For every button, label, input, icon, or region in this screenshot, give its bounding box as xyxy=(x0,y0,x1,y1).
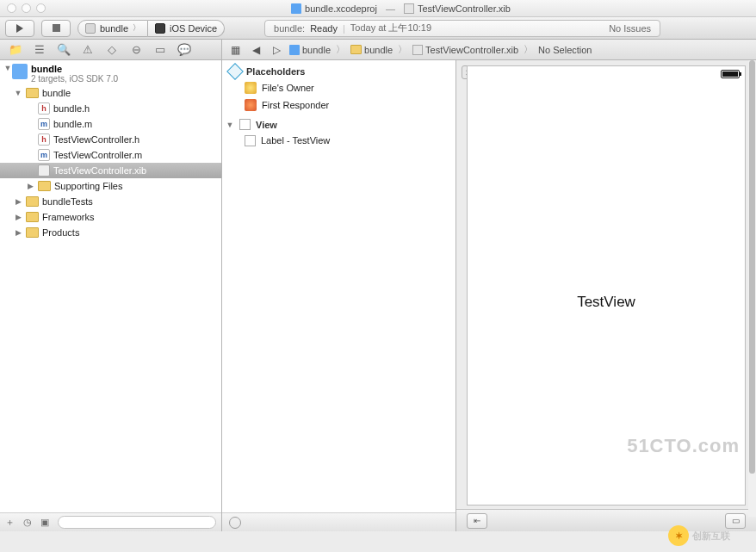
vertical-scrollbar[interactable] xyxy=(748,60,756,517)
symbol-navigator-icon[interactable]: ☰ xyxy=(28,40,52,59)
target-icon xyxy=(85,23,96,34)
files-owner-item[interactable]: File's Owner xyxy=(222,79,455,96)
group-tests[interactable]: ▶bundleTests xyxy=(0,194,221,209)
status-time: Today at 上午10:19 xyxy=(350,22,431,34)
breakpoint-navigator-icon[interactable]: ▭ xyxy=(148,40,172,59)
toolbar: bundle〉 iOS Device bundle: Ready | Today… xyxy=(0,17,756,40)
title-doc-1: bundle.xcodeproj xyxy=(305,3,377,14)
toggle-outline-icon[interactable]: ⇤ xyxy=(467,513,487,529)
status-prefix: bundle: xyxy=(274,23,305,34)
simulated-view[interactable]: TestView 51CTO.com xyxy=(467,65,746,505)
scheme-device: iOS Device xyxy=(170,23,217,34)
file-row[interactable]: mbundle.m xyxy=(0,116,221,132)
log-navigator-icon[interactable]: 💬 xyxy=(172,40,196,59)
crumb-selection[interactable]: No Selection xyxy=(538,45,592,55)
scrollbar-thumb[interactable] xyxy=(749,60,755,474)
device-icon xyxy=(155,23,165,34)
toggle-bounds-icon[interactable]: ▭ xyxy=(725,513,746,529)
stop-button[interactable] xyxy=(41,20,71,37)
navigator-jump-bar: 📁 ☰ 🔍 ⚠ ◇ ⊖ ▭ 💬 ▦ ◀ ▷ bundle 〉 bundle 〉 … xyxy=(0,40,756,60)
folder-icon xyxy=(26,196,39,207)
run-button[interactable] xyxy=(5,20,34,37)
test-navigator-icon[interactable]: ◇ xyxy=(100,40,124,59)
related-items-icon[interactable]: ▦ xyxy=(227,44,243,56)
xib-icon xyxy=(404,3,414,14)
forward-icon[interactable]: ▷ xyxy=(269,44,284,56)
interface-builder-canvas[interactable]: ✕ TestView 51CTO.com ⇤ ▭ xyxy=(456,60,756,531)
minimize-window-icon[interactable] xyxy=(22,3,31,13)
testview-label[interactable]: TestView xyxy=(468,294,745,311)
navigator-selector: 📁 ☰ 🔍 ⚠ ◇ ⊖ ▭ 💬 xyxy=(0,40,222,59)
first-responder-item[interactable]: First Responder xyxy=(222,96,455,114)
crumb-project[interactable]: bundle xyxy=(302,45,331,55)
scm-icon[interactable]: ▣ xyxy=(40,517,49,528)
stop-icon xyxy=(53,24,60,32)
filter-input[interactable] xyxy=(58,516,216,529)
crumb-file[interactable]: TestViewController.xib xyxy=(425,45,518,55)
view-header[interactable]: ▼ View xyxy=(222,114,455,132)
jump-bar[interactable]: ▦ ◀ ▷ bundle 〉 bundle 〉 TestViewControll… xyxy=(222,43,756,56)
close-window-icon[interactable] xyxy=(7,3,16,13)
folder-icon xyxy=(26,88,39,98)
watermark-text: 51CTO.com xyxy=(627,435,740,457)
label-item[interactable]: Label - TestView xyxy=(222,132,455,149)
window-titlebar: bundle.xcodeproj — TestViewController.xi… xyxy=(0,0,756,17)
placeholders-icon xyxy=(226,63,244,80)
header-file-icon: h xyxy=(38,133,50,146)
folder-icon xyxy=(38,181,51,191)
recent-icon[interactable]: ◷ xyxy=(23,517,32,528)
xcodeproj-icon xyxy=(12,64,28,79)
issue-navigator-icon[interactable]: ⚠ xyxy=(76,40,100,59)
view-icon xyxy=(239,119,251,130)
project-navigator: ▼ bundle 2 targets, iOS SDK 7.0 ▼bundle … xyxy=(0,60,222,531)
zoom-window-icon[interactable] xyxy=(36,3,46,13)
group-bundle[interactable]: ▼bundle xyxy=(0,85,221,101)
add-icon[interactable]: ＋ xyxy=(5,516,15,529)
placeholders-header: Placeholders xyxy=(222,60,455,79)
impl-file-icon: m xyxy=(38,149,50,161)
files-owner-icon xyxy=(245,82,257,94)
scheme-selector[interactable]: bundle〉 iOS Device xyxy=(77,20,225,37)
play-icon xyxy=(16,24,23,33)
group-supporting-files[interactable]: ▶Supporting Files xyxy=(0,178,221,194)
title-doc-2: TestViewController.xib xyxy=(418,3,511,14)
file-row-selected[interactable]: TestViewController.xib xyxy=(0,163,221,178)
label-icon xyxy=(245,135,256,146)
folder-icon xyxy=(26,227,39,238)
filter-icon[interactable] xyxy=(229,517,241,529)
xib-file-icon xyxy=(38,164,50,177)
file-row[interactable]: hbundle.h xyxy=(0,101,221,116)
scheme-target: bundle xyxy=(100,23,128,34)
chevron-right-icon: 〉 xyxy=(133,22,140,34)
status-issues: No Issues xyxy=(609,23,651,34)
project-root[interactable]: ▼ bundle 2 targets, iOS SDK 7.0 xyxy=(0,62,221,85)
status-state: Ready xyxy=(310,23,338,34)
project-navigator-icon[interactable]: 📁 xyxy=(3,40,28,59)
file-row[interactable]: mTestViewController.m xyxy=(0,147,221,163)
folder-icon xyxy=(26,212,39,222)
crumb-group[interactable]: bundle xyxy=(364,45,393,55)
xcodeproj-icon xyxy=(291,3,301,14)
first-responder-icon xyxy=(245,99,257,111)
simulated-status-bar xyxy=(468,66,745,82)
document-outline: Placeholders File's Owner First Responde… xyxy=(222,60,456,531)
project-subtitle: 2 targets, iOS SDK 7.0 xyxy=(31,74,118,84)
group-products[interactable]: ▶Products xyxy=(0,225,221,240)
header-file-icon: h xyxy=(38,102,50,115)
search-navigator-icon[interactable]: 🔍 xyxy=(52,40,76,59)
main-area: ▼ bundle 2 targets, iOS SDK 7.0 ▼bundle … xyxy=(0,60,756,531)
outline-filter-bar xyxy=(222,512,455,531)
impl-file-icon: m xyxy=(38,118,50,130)
file-row[interactable]: hTestViewController.h xyxy=(0,132,221,147)
xib-icon xyxy=(412,45,423,55)
navigator-filter-bar: ＋ ◷ ▣ xyxy=(0,512,221,531)
group-frameworks[interactable]: ▶Frameworks xyxy=(0,209,221,225)
back-icon[interactable]: ◀ xyxy=(248,44,263,56)
project-name: bundle xyxy=(31,64,118,74)
xcodeproj-icon xyxy=(289,45,300,55)
activity-status: bundle: Ready | Today at 上午10:19 No Issu… xyxy=(264,20,660,37)
debug-navigator-icon[interactable]: ⊖ xyxy=(124,40,148,59)
traffic-lights xyxy=(7,3,46,13)
folder-icon xyxy=(350,45,362,54)
battery-icon xyxy=(721,70,740,78)
